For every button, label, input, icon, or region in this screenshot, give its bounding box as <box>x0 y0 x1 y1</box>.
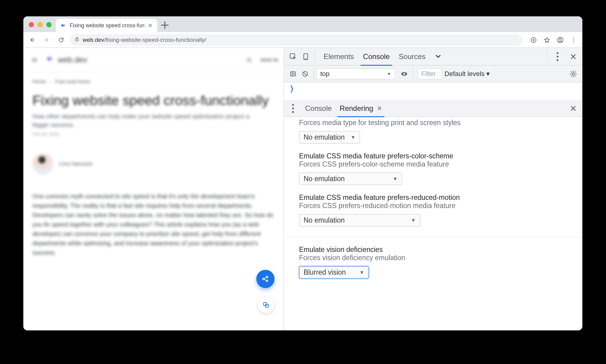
back-button[interactable] <box>26 34 38 46</box>
reload-button[interactable] <box>55 34 67 46</box>
browser-menu-button[interactable] <box>568 34 579 46</box>
window-zoom-button[interactable] <box>46 22 52 27</box>
author-avatar <box>32 154 54 175</box>
share-fab[interactable] <box>256 270 275 288</box>
drawer-close-button[interactable] <box>567 102 579 114</box>
profile-avatar-icon[interactable] <box>554 34 566 46</box>
drawer-toolbar: Console Rendering ✕ <box>284 100 582 117</box>
console-output[interactable]: ❯ <box>284 82 582 100</box>
lock-icon <box>74 36 80 43</box>
color-scheme-title: Emulate CSS media feature prefers-color-… <box>299 152 567 160</box>
section-reduced-motion: Emulate CSS media feature prefers-reduce… <box>299 194 567 227</box>
new-tab-button[interactable] <box>159 19 171 31</box>
log-levels-selector[interactable]: Default levels ▾ <box>445 70 493 78</box>
divider <box>413 68 413 80</box>
tab-close-button[interactable] <box>148 23 153 28</box>
svg-rect-0 <box>76 39 78 41</box>
clear-console-icon[interactable] <box>299 68 311 80</box>
tab-elements[interactable]: Elements <box>324 48 354 65</box>
device-toolbar-icon[interactable] <box>300 51 312 63</box>
vision-select[interactable]: Blurred vision ▼ <box>299 266 369 279</box>
svg-point-15 <box>557 52 558 54</box>
svg-point-4 <box>573 38 574 38</box>
reduced-motion-title: Emulate CSS media feature prefers-reduce… <box>299 194 567 202</box>
search-icon[interactable] <box>243 54 255 66</box>
page-subtitle: How other departments can help make your… <box>32 112 254 129</box>
logo-mark-icon <box>46 54 55 65</box>
window-close-button[interactable] <box>29 22 34 27</box>
tab-sources[interactable]: Sources <box>399 48 425 65</box>
install-app-icon[interactable] <box>528 34 539 46</box>
color-scheme-desc: Forces CSS prefers-color-scheme media fe… <box>299 160 567 168</box>
window-minimize-button[interactable] <box>38 22 43 27</box>
devtools-top-right <box>544 51 579 63</box>
console-filter-input[interactable]: Filter <box>418 68 442 79</box>
logo-text: web.dev <box>58 55 87 65</box>
translate-fab[interactable] <box>258 296 275 313</box>
inspect-element-icon[interactable] <box>287 51 299 63</box>
tab-overflow[interactable] <box>435 48 442 65</box>
console-settings-icon[interactable] <box>567 68 579 80</box>
site-logo[interactable]: web.dev <box>46 54 87 65</box>
divider <box>315 50 315 63</box>
chevron-down-icon: ▼ <box>411 218 416 223</box>
address-bar[interactable]: web.dev/fixing-website-speed-cross-funct… <box>70 34 522 46</box>
drawer-tab-console[interactable]: Console <box>305 100 332 117</box>
chevron-down-icon: ▼ <box>359 270 364 275</box>
media-type-value: No emulation <box>304 133 345 141</box>
content-split: web.dev SIGN IN Home › Fast load times F… <box>23 48 582 330</box>
forward-button[interactable] <box>41 34 52 46</box>
author-block: Lina Hansson <box>32 154 275 175</box>
media-type-select[interactable]: No emulation ▼ <box>299 131 360 144</box>
color-scheme-select[interactable]: No emulation ▼ <box>299 173 402 185</box>
chevron-down-icon: ▼ <box>393 176 398 182</box>
page-header: web.dev SIGN IN <box>23 48 284 72</box>
svg-point-22 <box>572 73 574 75</box>
drawer-menu-icon[interactable] <box>287 102 299 114</box>
reduced-motion-select[interactable]: No emulation ▼ <box>299 214 420 227</box>
tab-console[interactable]: Console <box>363 48 390 65</box>
chevron-down-icon: ▼ <box>387 71 391 76</box>
sign-in-button[interactable]: SIGN IN <box>260 57 278 62</box>
window-controls <box>26 22 56 32</box>
tab-favicon <box>60 22 67 29</box>
tab-strip: Fixing website speed cross-fun <box>23 16 582 32</box>
drawer-tab-console-label: Console <box>305 104 332 113</box>
separator <box>284 237 582 237</box>
chevron-down-icon: ▼ <box>351 135 356 140</box>
url-text: web.dev/fixing-website-speed-cross-funct… <box>83 37 206 43</box>
breadcrumb-section[interactable]: Fast load times <box>55 79 90 85</box>
console-sidebar-toggle-icon[interactable] <box>287 68 299 80</box>
toolbar-right <box>525 34 579 46</box>
svg-point-3 <box>559 38 561 40</box>
execution-context-selector[interactable]: top ▼ <box>316 68 395 79</box>
url-path: /fixing-website-speed-cross-functionally… <box>104 37 206 43</box>
browser-toolbar: web.dev/fixing-website-speed-cross-funct… <box>23 32 582 48</box>
author-name: Lina Hansson <box>59 161 92 167</box>
url-host: web.dev <box>83 37 104 43</box>
article-body: One common myth connected to site speed … <box>32 192 275 257</box>
section-vision-deficiencies: Emulate vision deficiencies Forces visio… <box>299 246 567 279</box>
bookmark-star-icon[interactable] <box>541 34 553 46</box>
svg-point-6 <box>573 41 574 42</box>
filter-placeholder: Filter <box>421 70 436 78</box>
browser-tab[interactable]: Fixing website speed cross-fun <box>56 19 157 32</box>
drawer-tab-rendering[interactable]: Rendering ✕ <box>340 100 382 117</box>
drawer-tabs: Console Rendering ✕ <box>305 100 382 117</box>
svg-point-23 <box>292 104 294 106</box>
devtools-menu-icon[interactable] <box>551 51 564 63</box>
reduced-motion-desc: Forces CSS prefers-reduced-motion media … <box>299 202 567 210</box>
breadcrumb-home[interactable]: Home <box>32 79 46 85</box>
live-expression-icon[interactable] <box>398 68 410 80</box>
rendering-panel: Forces media type for testing print and … <box>284 117 582 330</box>
devtools-close-button[interactable] <box>567 51 579 63</box>
article: Fixing website speed cross-functionally … <box>23 85 284 270</box>
svg-point-17 <box>557 59 558 61</box>
browser-window: Fixing website speed cross-fun web.dev/f… <box>23 16 582 330</box>
color-scheme-value: No emulation <box>304 175 345 183</box>
vision-desc: Forces vision deficiency emulation <box>299 254 567 262</box>
hamburger-menu-icon[interactable] <box>29 54 40 66</box>
chevron-right-icon: › <box>50 79 52 85</box>
section-color-scheme: Emulate CSS media feature prefers-color-… <box>299 152 567 185</box>
drawer-tab-close-icon[interactable]: ✕ <box>377 105 382 112</box>
